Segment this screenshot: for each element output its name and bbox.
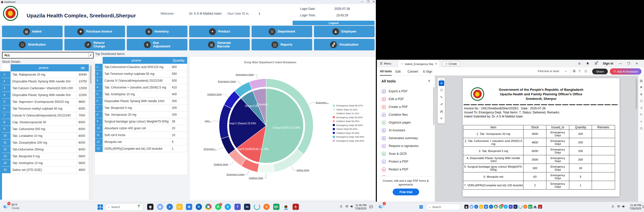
table-row[interactable]: 12Mosquito net5	[95, 139, 187, 145]
table-row[interactable]: 4Tab. Cefuroxime + clavulinic acid 250/6…	[95, 84, 187, 91]
department-filter-dropdown[interactable]: ALL ▼	[2, 52, 94, 58]
nav-button-due-adjustment[interactable]: $Due Adjustment	[127, 39, 187, 50]
table-row[interactable]: 11Tab. Doxophylline 200 mg6000	[2, 139, 89, 146]
taskbar-icon-teams[interactable]: T	[509, 205, 513, 209]
tool-item-request-e-signatures[interactable]: ▤Request e-signatures	[377, 142, 432, 149]
legend-item[interactable]: Indoor Dept 22.22%	[333, 108, 364, 111]
apps-grid-icon[interactable]: ⊞	[595, 62, 597, 65]
table-row[interactable]: 15Saline set (STD.SIZE)4800	[2, 167, 89, 173]
taskbar-icon-linkedin[interactable]: in	[513, 205, 517, 209]
table-row[interactable]: 12Tab.Cefuroxime 250mg6000	[2, 146, 89, 153]
taskbar-icon-acrobat[interactable]: A	[538, 205, 542, 209]
taskbar-icon-health-dashboard-app[interactable]	[533, 205, 537, 209]
tool-item-redact-a-pdf[interactable]: ▤Redact a PDF	[377, 166, 432, 173]
bookmarks-icon[interactable]: ⚑	[639, 85, 643, 89]
share-button[interactable]: Share	[592, 69, 608, 74]
comments-icon[interactable]: 🗨︎	[639, 99, 643, 103]
star-icon[interactable]: ☆	[400, 62, 403, 66]
app-titlebar[interactable]: Dashboard — ❐ ✕	[0, 0, 376, 4]
taskbar-icon-teams[interactable]: T	[234, 204, 241, 210]
table-row[interactable]: 9Tab. Cefuroxime 500 mg6000	[2, 126, 89, 133]
highlight-tool-icon[interactable]: ✎	[439, 95, 444, 100]
action-center-icon[interactable]	[642, 205, 644, 209]
lasso-tool-icon[interactable]: ↺	[439, 102, 444, 107]
taskbar-icon-copilot[interactable]: ◉	[157, 204, 163, 210]
taskbar-icon-file-explorer[interactable]: ▱	[479, 205, 483, 209]
free-trial-button[interactable]: Free trial	[393, 189, 419, 195]
search-icon[interactable]: ⌕	[565, 69, 567, 73]
table-row[interactable]: 8Tab. Vonoprazan 20 mg200	[95, 111, 187, 118]
table-row[interactable]: 10Absorbent cotton 400 gram roll20	[95, 125, 187, 132]
panel-scrollbar[interactable]	[433, 87, 434, 125]
print-icon[interactable]: ⎙	[585, 69, 587, 73]
tray-chevron-icon[interactable]: ᐱ	[612, 205, 614, 208]
taskbar-icon-qc-app[interactable]: QC	[528, 205, 532, 209]
acrobat-minimize-icon[interactable]: —	[619, 62, 622, 65]
nav-button-visualization[interactable]: ▞Visualization	[314, 39, 375, 50]
taskbar-icon-loading-spinner[interactable]	[518, 205, 522, 209]
scrollbar-thumb[interactable]	[90, 66, 92, 84]
fill-sign-tool-icon[interactable]: ✍︎	[439, 116, 444, 121]
table-row[interactable]: 4Disposable Plastic Syriang With needle …	[2, 92, 89, 99]
legend-item[interactable]: Emergency Dept 100.00%	[333, 139, 364, 142]
taskbar-icon-photos-app[interactable]: ▣	[464, 205, 468, 209]
table-row[interactable]: 3Canula IV (Vanocath/equivalend) 20/22/2…	[95, 77, 187, 84]
table-row[interactable]: 2Tab Timonium methyl sulphate 50 mg550	[95, 71, 187, 77]
legend-item[interactable]: Emergency Dept 66.67%	[333, 104, 364, 107]
taskbar-icon-microsoft-store[interactable]: ⊞	[484, 205, 488, 209]
measure-icon[interactable]: ⌖	[639, 119, 643, 124]
bell-icon[interactable]: 🔔︎	[586, 62, 589, 65]
acrobat-close-icon[interactable]: ✕	[636, 62, 638, 65]
print-production-icon[interactable]: ⎙	[639, 126, 643, 130]
stock-table-scrollbar[interactable]	[89, 64, 92, 200]
volume-icon[interactable]	[622, 205, 625, 209]
table-row[interactable]: 7Tab. Bisoprolol 5 mg200	[95, 105, 187, 111]
taskbar-icon-telegram[interactable]: ➤	[225, 204, 231, 210]
comment-tool-icon[interactable]: 🗨︎	[439, 87, 444, 93]
ask-ai-assistant-button[interactable]: 🗨︎ Ask AI Assistant	[610, 68, 641, 75]
action-center-icon[interactable]	[369, 205, 373, 209]
tool-item-compress-a-pdf[interactable]: ▤Compress a PDF	[377, 174, 432, 176]
tool-item-create-a-pdf[interactable]: ▤Create a PDF	[377, 103, 432, 110]
signature-icon[interactable]: ✎	[639, 113, 643, 117]
weather-widget[interactable]: 1	[378, 203, 385, 209]
table-row[interactable]: 13Tab. Bisoprolol 5 mg5800	[2, 153, 89, 160]
nav-button-purchase-invoice[interactable]: ❖Purchase Invoice	[64, 26, 125, 37]
column-header-quantity[interactable]: Quantity	[170, 57, 187, 64]
acrobat-menu-button[interactable]: ☰ Menu	[377, 62, 394, 65]
legend-item[interactable]: Outdoor Dept 50.00%	[333, 120, 364, 123]
edit-text-tool-icon[interactable]: [A]	[439, 109, 444, 114]
start-button[interactable]	[419, 205, 423, 209]
maximize-icon[interactable]: ❐	[367, 0, 369, 3]
legend-item[interactable]: Emergency Dept 50.00%	[333, 116, 364, 119]
taskbar-icon-linkedin[interactable]: in	[244, 204, 250, 210]
help-icon[interactable]: ⊘	[578, 62, 581, 65]
taskbar-icon-chrome[interactable]	[205, 204, 212, 210]
taskbar-icon-health-dashboard-app[interactable]	[283, 204, 289, 210]
table-row[interactable]: 14Tab. Amitrityline 10 mg5600	[2, 160, 89, 167]
tool-item-ai-assistant[interactable]: ▤AI Assistant	[377, 127, 432, 134]
nav-button-distribution[interactable]: ⬡Distribution	[2, 39, 63, 50]
tool-item-edit-a-pdf[interactable]: ▤Edit a PDF	[377, 96, 432, 103]
taskbar-icon-chrome[interactable]	[494, 205, 498, 209]
table-row[interactable]: 6Disposable Plastic Syriang With needle …	[95, 98, 187, 105]
tool-item-scan-ocr[interactable]: ▤Scan & OCR	[377, 150, 432, 157]
save-icon[interactable]: 🖫	[573, 69, 576, 73]
taskbar-search[interactable]: ⌕Search	[426, 204, 461, 210]
document-tab[interactable]: ☆ Indent_Emergency Dept... ✕	[398, 60, 439, 67]
table-row[interactable]: 7Canula IV (Vanocath/equivalend) 20/22/2…	[2, 112, 89, 119]
ring-segment-group-a-edcl-outdoor-dept[interactable]	[258, 164, 275, 173]
tray-chevron-icon[interactable]: ᐱ	[340, 205, 342, 208]
drag-handle[interactable]	[440, 79, 443, 80]
taskbar-icon-edge[interactable]: e	[167, 204, 173, 210]
table-row[interactable]: 5Tab. Naproxen+ Esomeprazole 500/20 mg96…	[2, 99, 89, 105]
tool-item-organize-pages[interactable]: ▤Organize pages	[377, 119, 432, 126]
chevron-down-icon[interactable]: ▼	[89, 53, 93, 57]
pdf-scrollbar-thumb[interactable]	[636, 79, 637, 109]
tab-edit[interactable]: Edit	[395, 67, 401, 76]
create-button[interactable]: + Create	[442, 61, 460, 66]
clock[interactable]: 11:46 PM7/28/2025	[351, 204, 367, 210]
tool-item-combine-files[interactable]: ▤Combine files	[377, 111, 432, 118]
nav-button-department[interactable]: ☷Department	[252, 26, 312, 37]
table-row[interactable]: 13VDRL(RPR)(Complete test kit) 100 tests…	[95, 145, 187, 152]
